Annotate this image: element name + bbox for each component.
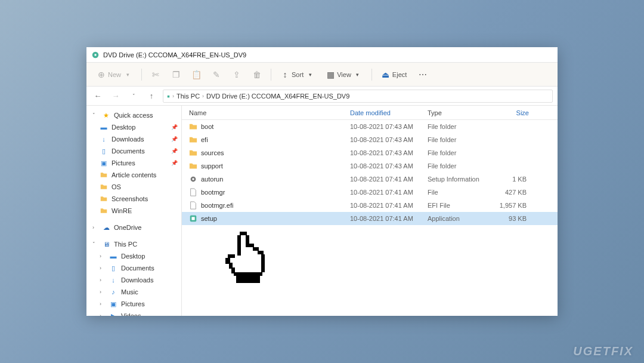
separator (141, 69, 142, 81)
nav-label: Videos (121, 312, 141, 316)
forward-button[interactable]: → (109, 90, 122, 103)
nav-downloads[interactable]: ↓Downloads📌 (86, 133, 181, 145)
cut-button[interactable]: ✄ (147, 67, 165, 82)
nav-article-contents[interactable]: Article contents (86, 169, 181, 181)
back-button[interactable]: ← (91, 90, 104, 103)
nav-screenshots[interactable]: Screenshots (86, 193, 181, 205)
pin-icon: 📌 (171, 160, 178, 166)
nav-onedrive[interactable]: › ☁ OneDrive (86, 222, 181, 233)
column-type[interactable]: Type (428, 109, 493, 116)
sort-button[interactable]: ↕ Sort ▾ (276, 67, 319, 82)
nav-pc-documents[interactable]: ›▯Documents (86, 262, 181, 274)
file-row[interactable]: support10-08-2021 07:43 AMFile folder (182, 159, 558, 173)
folder-icon (189, 136, 197, 144)
new-button[interactable]: ⊕ New ▾ (92, 67, 137, 82)
svg-point-3 (192, 178, 194, 180)
file-type: File folder (428, 149, 493, 156)
file-date: 10-08-2021 07:43 AM (350, 149, 428, 156)
up-button[interactable]: ↑ (145, 90, 158, 103)
nav-pc-downloads[interactable]: ›↓Downloads (86, 274, 181, 286)
file-row[interactable]: boot10-08-2021 07:43 AMFile folder (182, 120, 558, 133)
pictures-icon: ▣ (100, 159, 108, 167)
view-icon: ▦ (326, 70, 335, 79)
nav-pc-music[interactable]: ›♪Music (86, 286, 181, 298)
column-label: Type (428, 109, 442, 116)
file-size: 1 KB (493, 176, 529, 183)
pc-icon: 🖥 (102, 240, 110, 248)
column-headers: Name Date modified Type Size (182, 106, 558, 120)
separator (271, 69, 271, 81)
nav-pc-pictures[interactable]: ›▣Pictures (86, 298, 181, 310)
body: ˅ ★ Quick access ▬Desktop📌 ↓Downloads📌 ▯… (86, 106, 558, 316)
expand-icon: › (100, 277, 106, 283)
nav-this-pc[interactable]: ˅ 🖥 This PC (86, 238, 181, 250)
share-icon: ⇪ (233, 70, 241, 79)
breadcrumb-seg[interactable]: DVD Drive (E:) CCCOMA_X64FRE_EN-US_DV9 (206, 93, 349, 100)
file-name: bootmgr.efi (201, 202, 233, 209)
paste-icon: 📋 (192, 70, 200, 79)
nav-desktop[interactable]: ▬Desktop📌 (86, 121, 181, 133)
sort-label: Sort (292, 71, 304, 78)
file-row[interactable]: bootmgr10-08-2021 07:41 AMFile427 KB (182, 186, 558, 199)
breadcrumb[interactable]: ▪ › This PC › DVD Drive (E:) CCCOMA_X64F… (163, 90, 553, 103)
recent-button[interactable]: ˅ (127, 90, 140, 103)
file-icon (189, 188, 197, 196)
file-date: 10-08-2021 07:41 AM (350, 215, 428, 222)
file-date: 10-08-2021 07:41 AM (350, 202, 428, 209)
rename-icon: ✎ (212, 70, 221, 79)
file-type: EFI File (428, 202, 493, 209)
nav-label: WinRE (112, 207, 132, 214)
rename-button[interactable]: ✎ (208, 67, 225, 82)
column-date[interactable]: Date modified (350, 109, 428, 116)
nav-documents[interactable]: ▯Documents📌 (86, 145, 181, 157)
nav-label: Downloads (112, 136, 144, 143)
collapse-icon: ˅ (92, 241, 98, 247)
nav-label: Desktop (112, 124, 135, 131)
nav-label: Music (121, 288, 138, 296)
nav-pc-desktop[interactable]: ›▬Desktop (86, 250, 181, 262)
nav-winre[interactable]: WinRE (86, 205, 181, 217)
nav-label: OS (112, 183, 121, 190)
nav-label: Quick access (114, 112, 153, 119)
file-row[interactable]: setup10-08-2021 07:41 AMApplication93 KB (182, 212, 558, 225)
nav-pictures[interactable]: ▣Pictures📌 (86, 157, 181, 169)
collapse-icon: ˅ (92, 112, 98, 118)
folder-icon (100, 183, 108, 191)
nav-label: This PC (114, 241, 137, 248)
file-type: File folder (428, 123, 493, 130)
column-label: Name (189, 109, 206, 116)
eject-button[interactable]: ⏏ Eject (377, 67, 411, 82)
nav-os[interactable]: OS (86, 181, 181, 193)
expand-icon: › (100, 289, 106, 295)
nav-quick-access[interactable]: ˅ ★ Quick access (86, 109, 181, 121)
delete-icon: 🗑 (253, 70, 261, 79)
videos-icon: ▶ (109, 312, 117, 316)
column-label: Size (516, 109, 529, 116)
file-size: 1,957 KB (493, 202, 529, 209)
svg-rect-5 (191, 217, 194, 220)
copy-button[interactable]: ❐ (167, 67, 185, 82)
breadcrumb-seg[interactable]: This PC (177, 93, 200, 100)
file-row[interactable]: sources10-08-2021 07:43 AMFile folder (182, 146, 558, 159)
navigation-pane: ˅ ★ Quick access ▬Desktop📌 ↓Downloads📌 ▯… (86, 106, 182, 316)
file-icon (189, 201, 197, 210)
chevron-right-icon: › (172, 93, 174, 99)
share-button[interactable]: ⇪ (228, 67, 246, 82)
column-size[interactable]: Size (493, 109, 529, 116)
file-name: support (201, 162, 223, 170)
watermark: UGETFIX (573, 344, 633, 358)
column-name[interactable]: Name (189, 109, 350, 116)
more-button[interactable]: ⋯ (414, 67, 432, 82)
file-name: boot (201, 123, 213, 130)
file-row[interactable]: autorun10-08-2021 07:41 AMSetup Informat… (182, 173, 558, 186)
nav-pc-videos[interactable]: ›▶Videos (86, 310, 181, 316)
file-row[interactable]: efi10-08-2021 07:43 AMFile folder (182, 133, 558, 146)
app-icon (189, 214, 197, 223)
file-row[interactable]: bootmgr.efi10-08-2021 07:41 AMEFI File1,… (182, 199, 558, 212)
address-bar: ← → ˅ ↑ ▪ › This PC › DVD Drive (E:) CCC… (86, 87, 558, 106)
pin-icon: 📌 (171, 148, 178, 154)
paste-button[interactable]: 📋 (187, 67, 205, 82)
titlebar: DVD Drive (E:) CCCOMA_X64FRE_EN-US_DV9 (86, 47, 558, 63)
view-button[interactable]: ▦ View ▾ (321, 67, 367, 82)
delete-button[interactable]: 🗑 (248, 67, 266, 82)
